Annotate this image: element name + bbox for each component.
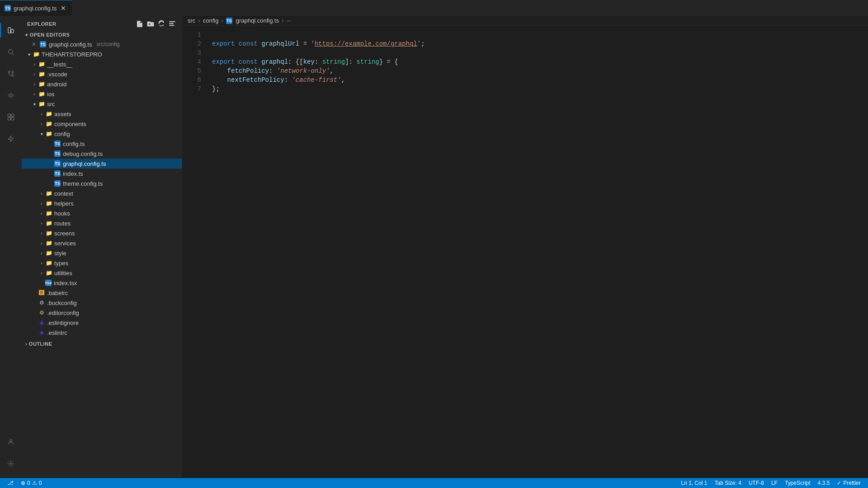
babelrc-file[interactable]: › 🅱 .babelrc (22, 288, 182, 298)
outline-label: OUTLINE (29, 341, 52, 347)
status-version[interactable]: 4.3.5 (814, 478, 834, 488)
types-label: types (54, 260, 68, 267)
tab-close-button[interactable]: ✕ (59, 4, 67, 12)
activity-search-icon[interactable] (0, 41, 22, 63)
status-tab-size[interactable]: Tab Size: 4 (711, 478, 745, 488)
theme-config-ts-file[interactable]: › TS theme.config.ts (22, 178, 182, 188)
helpers-folder-icon: 📁 (45, 200, 52, 207)
vscode-folder[interactable]: › 📁 .vscode (22, 69, 182, 79)
breadcrumb-config[interactable]: config (203, 17, 219, 24)
breadcrumb-ts-icon: TS (226, 18, 232, 24)
language-label: TypeScript (785, 480, 811, 486)
buckconfig-file[interactable]: › ⚙ .buckconfig (22, 298, 182, 308)
ios-folder[interactable]: › 📁 ios (22, 89, 182, 99)
breadcrumb-config-label: config (203, 17, 219, 24)
types-folder[interactable]: › 📁 types (22, 258, 182, 268)
breadcrumb-sep2: › (221, 17, 223, 24)
line-num-4: 4 (182, 57, 201, 66)
services-folder[interactable]: › 📁 services (22, 238, 182, 248)
status-position[interactable]: Ln 1, Col 1 (677, 478, 711, 488)
helpers-folder[interactable]: › 📁 helpers (22, 198, 182, 208)
eslintignore-file[interactable]: › ◉ .eslintignore (22, 318, 182, 328)
code-content[interactable]: export const graphqlUrl = 'https://examp… (205, 26, 868, 478)
eslintrc-file[interactable]: › ◉ .eslintrc (22, 328, 182, 338)
breadcrumb-filename: graphql.config.ts (236, 17, 279, 24)
outline-section[interactable]: › OUTLINE (22, 339, 182, 348)
activity-debug-icon[interactable] (0, 84, 22, 106)
status-line-ending[interactable]: LF (768, 478, 781, 488)
status-language[interactable]: TypeScript (781, 478, 814, 488)
activity-lightning-icon[interactable] (0, 128, 22, 150)
assets-folder[interactable]: › 📁 assets (22, 109, 182, 119)
routes-folder-icon: 📁 (45, 220, 52, 227)
components-label: components (54, 121, 86, 127)
activity-source-control-icon[interactable] (0, 63, 22, 84)
svg-line-15 (9, 96, 9, 97)
components-folder-icon: 📁 (45, 120, 52, 127)
config-folder[interactable]: ▾ 📁 config (22, 129, 182, 139)
routes-label: routes (54, 220, 71, 227)
types-chevron: › (38, 259, 45, 267)
tab-size-label: Tab Size: 4 (715, 480, 741, 486)
hooks-folder[interactable]: › 📁 hooks (22, 208, 182, 218)
new-folder-button[interactable] (146, 19, 155, 28)
hooks-folder-icon: 📁 (45, 210, 52, 217)
tab-graphql-config[interactable]: TS graphql.config.ts ✕ (0, 0, 72, 16)
services-chevron: › (38, 239, 45, 247)
screens-label: screens (54, 230, 75, 237)
warning-count: 0 (39, 480, 42, 486)
svg-point-5 (12, 75, 14, 76)
tests-folder[interactable]: › 📁 __tests__ (22, 59, 182, 69)
activity-settings-icon[interactable] (0, 453, 22, 474)
babelrc-label: .babelrc (47, 290, 68, 296)
context-folder[interactable]: › 📁 context (22, 188, 182, 198)
collapse-all-button[interactable] (168, 19, 177, 28)
breadcrumb-file[interactable]: TS graphql.config.ts (226, 17, 279, 24)
new-file-button[interactable] (135, 19, 144, 28)
breadcrumb-src[interactable]: src (188, 17, 195, 24)
svg-point-6 (12, 71, 14, 73)
routes-folder[interactable]: › 📁 routes (22, 218, 182, 228)
root-folder[interactable]: ▾ 📁 THEHARTSTOREPRO (22, 49, 182, 59)
status-errors[interactable]: ⊗ 0 ⚠ 0 (17, 478, 45, 488)
graphql-config-ts-file[interactable]: › TS graphql.config.ts (22, 159, 182, 169)
utilities-folder[interactable]: › 📁 utilities (22, 268, 182, 278)
android-chevron: › (31, 80, 38, 88)
utilities-folder-icon: 📁 (45, 269, 52, 277)
android-folder[interactable]: › 📁 android (22, 79, 182, 89)
config-ts-file[interactable]: › TS config.ts (22, 139, 182, 149)
vscode-chevron: › (31, 70, 38, 78)
eslintrc-icon: ◉ (38, 329, 45, 336)
style-folder[interactable]: › 📁 style (22, 248, 182, 258)
code-editor[interactable]: 1 2 3 4 5 6 7 export const graphqlUrl = … (182, 26, 868, 478)
debug-config-ts-file[interactable]: › TS debug.config.ts (22, 149, 182, 159)
index-tsx-file[interactable]: › TSX index.tsx (22, 278, 182, 288)
android-folder-icon: 📁 (38, 80, 45, 88)
screens-folder[interactable]: › 📁 screens (22, 228, 182, 238)
activity-extensions-icon[interactable] (0, 106, 22, 128)
components-folder[interactable]: › 📁 components (22, 119, 182, 129)
svg-marker-21 (8, 136, 14, 141)
line-num-1: 1 (182, 30, 201, 39)
status-encoding[interactable]: UTF-8 (745, 478, 768, 488)
status-formatter[interactable]: ✓ Prettier (833, 478, 864, 488)
root-chevron: ▾ (25, 51, 33, 58)
assets-chevron: › (38, 110, 45, 117)
open-editors-section[interactable]: ▾ OPEN EDITORS (22, 30, 182, 39)
context-chevron: › (38, 190, 45, 197)
editorconfig-file[interactable]: › ⚙ .editorconfig (22, 308, 182, 318)
src-folder[interactable]: ▾ 📁 src (22, 99, 182, 109)
open-editor-graphql[interactable]: ✕ TS graphql.config.ts src/config (22, 39, 182, 49)
refresh-button[interactable] (157, 19, 166, 28)
editor-close-btn[interactable]: ✕ (31, 41, 37, 47)
breadcrumb-sep1: › (198, 17, 200, 24)
activity-account-icon[interactable] (0, 431, 22, 453)
error-count: 0 (27, 480, 30, 486)
status-remote-icon[interactable]: ⎇ (4, 478, 17, 488)
svg-point-2 (9, 50, 13, 54)
activity-explorer-icon[interactable] (0, 19, 22, 41)
line-num-2: 2 (182, 39, 201, 48)
remote-branch-icon: ⎇ (7, 480, 14, 486)
index-ts-file[interactable]: › TS index.ts (22, 169, 182, 178)
main-layout: EXPLORER ▾ OPEN EDITORS (0, 16, 868, 478)
